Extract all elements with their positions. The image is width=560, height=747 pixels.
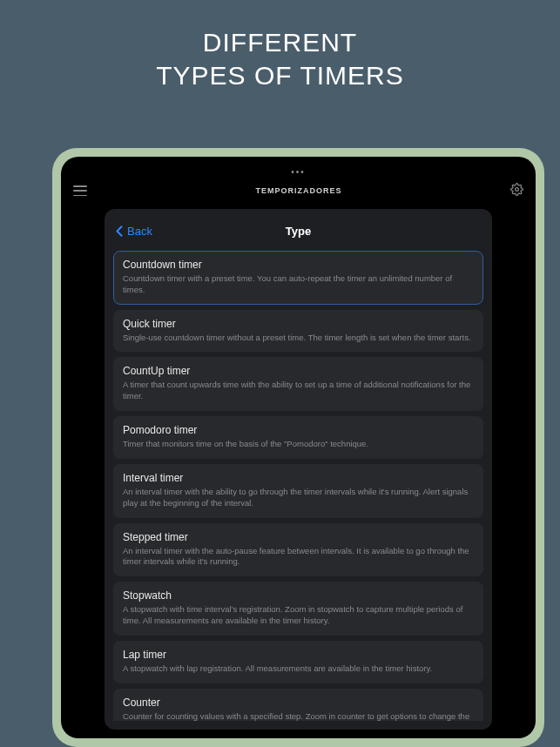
option-item[interactable]: Quick timerSingle-use countdown timer wi… xyxy=(113,310,483,353)
option-description: A stopwatch with time interval's registr… xyxy=(123,604,474,627)
modal-header: Back Type xyxy=(113,218,483,244)
option-description: Counter for counting values with a speci… xyxy=(123,711,474,721)
app-navbar: TEMPORIZADORES xyxy=(61,179,536,202)
option-title: CountUp timer xyxy=(123,365,474,377)
promo-line2: TYPES OF TIMERS xyxy=(0,59,560,92)
option-item[interactable]: Lap timerA stopwatch with lap registrati… xyxy=(113,641,483,683)
option-description: A stopwatch with lap registration. All m… xyxy=(123,663,474,675)
option-title: Stepped timer xyxy=(123,531,474,543)
option-item[interactable]: StopwatchA stopwatch with time interval'… xyxy=(113,582,483,636)
option-item[interactable]: CountUp timerA timer that count upwards … xyxy=(113,357,483,411)
option-description: Countdown timer with a preset time. You … xyxy=(123,273,474,296)
svg-point-0 xyxy=(516,187,519,191)
option-description: An interval timer with the ability to go… xyxy=(123,487,474,509)
type-selection-modal: Back Type Countdown timerCountdown timer… xyxy=(105,209,492,730)
option-title: Counter xyxy=(123,697,474,709)
promo-header: DIFFERENT TYPES OF TIMERS xyxy=(0,0,560,109)
navbar-title: TEMPORIZADORES xyxy=(255,186,341,195)
back-button[interactable]: Back xyxy=(115,225,152,238)
promo-line1: DIFFERENT xyxy=(0,26,560,59)
hamburger-icon[interactable] xyxy=(73,185,87,196)
option-description: A timer that count upwards time with the… xyxy=(123,380,474,402)
option-description: An interval timer with the auto-pause fe… xyxy=(123,546,474,569)
option-title: Lap timer xyxy=(123,649,474,661)
back-label: Back xyxy=(127,225,152,238)
option-description: Timer that monitors time on the basis of… xyxy=(123,439,474,450)
tablet-frame: ••• TEMPORIZADORES Back xyxy=(52,148,544,747)
option-title: Interval timer xyxy=(123,472,474,484)
gear-icon[interactable] xyxy=(510,183,523,199)
option-item[interactable]: Interval timerAn interval timer with the… xyxy=(113,464,483,518)
option-item[interactable]: Pomodoro timerTimer that monitors time o… xyxy=(113,416,483,459)
option-title: Countdown timer xyxy=(123,259,474,271)
option-title: Pomodoro timer xyxy=(123,424,474,436)
option-item[interactable]: Countdown timerCountdown timer with a pr… xyxy=(113,251,483,305)
option-item[interactable]: Stepped timerAn interval timer with the … xyxy=(113,523,483,577)
dynamic-island-icon: ••• xyxy=(291,167,306,177)
modal-title: Type xyxy=(286,225,311,238)
option-description: Single-use countdown timer without a pre… xyxy=(123,333,474,344)
option-title: Quick timer xyxy=(123,318,474,330)
options-list: Countdown timerCountdown timer with a pr… xyxy=(113,251,483,721)
tablet-screen: ••• TEMPORIZADORES Back xyxy=(61,157,536,738)
option-title: Stopwatch xyxy=(123,589,474,602)
option-item[interactable]: CounterCounter for counting values with … xyxy=(113,689,483,721)
